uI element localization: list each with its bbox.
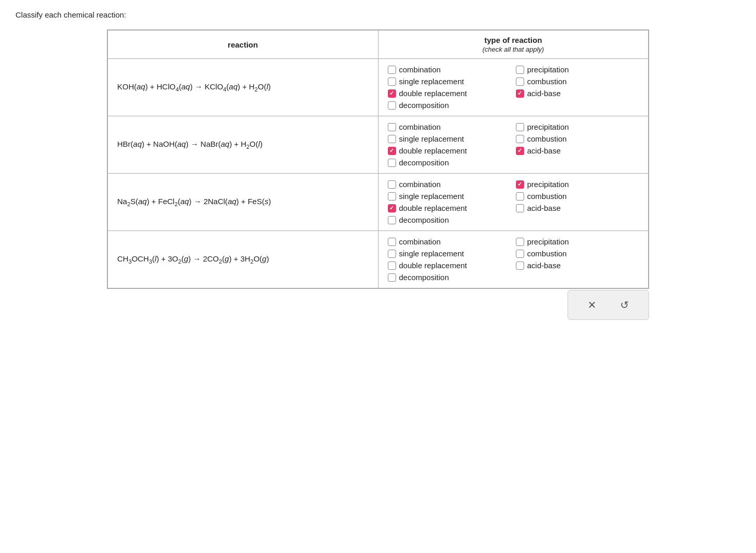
option-label-r2-double-replacement: double replacement	[399, 146, 467, 155]
checkbox-r4-precipitation[interactable]	[516, 238, 524, 246]
option-label-r4-single-replacement: single replacement	[399, 249, 464, 258]
option-label-r3-combination: combination	[399, 180, 441, 189]
checkbox-r4-acid-base[interactable]	[516, 262, 524, 270]
option-label-r2-combustion: combustion	[527, 134, 567, 143]
table-row: Na2S(aq) + FeCl2(aq) → 2NaCl(aq) + FeS(s…	[108, 174, 649, 231]
table-row: KOH(aq) + HClO4(aq) → KClO4(aq) + H2O(l)…	[108, 59, 649, 116]
checkbox-r3-precipitation[interactable]	[516, 180, 524, 189]
checkbox-r3-double-replacement[interactable]	[388, 204, 396, 212]
reset-button[interactable]: ↺	[616, 297, 633, 313]
option-label-r1-decomposition: decomposition	[399, 101, 449, 110]
option-label-r3-single-replacement: single replacement	[399, 192, 464, 201]
option-label-r4-combustion: combustion	[527, 249, 567, 258]
option-label-r1-precipitation: precipitation	[527, 65, 569, 74]
option-item-r2-acid-base[interactable]: acid-base	[516, 146, 639, 155]
option-label-r4-combination: combination	[399, 237, 441, 246]
option-item-r4-combination[interactable]: combination	[388, 237, 511, 246]
table-row: CH3OCH3(l) + 3O2(g) → 2CO2(g) + 3H2O(g)c…	[108, 231, 649, 288]
checkbox-r3-single-replacement[interactable]	[388, 192, 396, 201]
option-item-r1-acid-base[interactable]: acid-base	[516, 89, 639, 98]
option-item-r4-decomposition[interactable]: decomposition	[388, 273, 639, 282]
option-item-r3-acid-base[interactable]: acid-base	[516, 204, 639, 212]
checkbox-r1-combination[interactable]	[388, 66, 396, 74]
option-item-r2-combustion[interactable]: combustion	[516, 134, 639, 143]
checkbox-r4-decomposition[interactable]	[388, 273, 396, 282]
option-item-r3-decomposition[interactable]: decomposition	[388, 216, 639, 224]
checkbox-r1-combustion[interactable]	[516, 78, 524, 86]
reaction-cell: CH3OCH3(l) + 3O2(g) → 2CO2(g) + 3H2O(g)	[108, 231, 379, 288]
checkbox-r4-single-replacement[interactable]	[388, 250, 396, 258]
checkbox-r3-acid-base[interactable]	[516, 204, 524, 212]
checkbox-r4-double-replacement[interactable]	[388, 262, 396, 270]
type-header: type of reaction (check all that apply)	[378, 30, 649, 59]
option-label-r1-single-replacement: single replacement	[399, 77, 464, 86]
option-label-r4-double-replacement: double replacement	[399, 261, 467, 270]
options-cell: combinationprecipitationsingle replaceme…	[378, 174, 649, 231]
table-row: HBr(aq) + NaOH(aq) → NaBr(aq) + H2O(l)co…	[108, 116, 649, 174]
option-item-r2-combination[interactable]: combination	[388, 122, 511, 131]
option-label-r3-acid-base: acid-base	[527, 204, 561, 212]
checkbox-r3-combination[interactable]	[388, 180, 396, 189]
checkbox-r1-double-replacement[interactable]	[388, 89, 396, 98]
option-item-r3-double-replacement[interactable]: double replacement	[388, 204, 511, 212]
option-label-r1-double-replacement: double replacement	[399, 89, 467, 98]
checkbox-r1-acid-base[interactable]	[516, 89, 524, 98]
checkbox-r1-single-replacement[interactable]	[388, 78, 396, 86]
checkbox-r2-decomposition[interactable]	[388, 159, 396, 167]
option-item-r4-combustion[interactable]: combustion	[516, 249, 639, 258]
option-item-r1-combustion[interactable]: combustion	[516, 77, 639, 86]
reaction-cell: HBr(aq) + NaOH(aq) → NaBr(aq) + H2O(l)	[108, 116, 379, 174]
checkbox-r1-decomposition[interactable]	[388, 101, 396, 110]
checkbox-r1-precipitation[interactable]	[516, 66, 524, 74]
options-cell: combinationprecipitationsingle replaceme…	[378, 231, 649, 288]
page-title: Classify each chemical reaction:	[15, 10, 741, 19]
option-item-r2-double-replacement[interactable]: double replacement	[388, 146, 511, 155]
checkbox-r4-combination[interactable]	[388, 238, 396, 246]
option-item-r1-combination[interactable]: combination	[388, 65, 511, 74]
option-label-r2-decomposition: decomposition	[399, 158, 449, 167]
checkbox-r2-double-replacement[interactable]	[388, 147, 396, 155]
option-label-r3-decomposition: decomposition	[399, 216, 449, 224]
option-item-r4-double-replacement[interactable]: double replacement	[388, 261, 511, 270]
option-item-r3-combination[interactable]: combination	[388, 180, 511, 189]
options-cell: combinationprecipitationsingle replaceme…	[378, 116, 649, 174]
option-item-r1-decomposition[interactable]: decomposition	[388, 101, 639, 110]
option-label-r3-double-replacement: double replacement	[399, 204, 467, 212]
option-label-r2-acid-base: acid-base	[527, 146, 561, 155]
checkbox-r2-acid-base[interactable]	[516, 147, 524, 155]
option-item-r2-precipitation[interactable]: precipitation	[516, 122, 639, 131]
action-box: ✕ ↺	[568, 290, 649, 320]
option-item-r3-single-replacement[interactable]: single replacement	[388, 192, 511, 201]
option-item-r3-precipitation[interactable]: precipitation	[516, 180, 639, 189]
option-item-r1-single-replacement[interactable]: single replacement	[388, 77, 511, 86]
checkbox-r4-combustion[interactable]	[516, 250, 524, 258]
option-item-r4-acid-base[interactable]: acid-base	[516, 261, 639, 270]
option-label-r1-combination: combination	[399, 65, 441, 74]
option-item-r4-precipitation[interactable]: precipitation	[516, 237, 639, 246]
option-item-r2-single-replacement[interactable]: single replacement	[388, 134, 511, 143]
reaction-header: reaction	[108, 30, 379, 59]
option-label-r2-precipitation: precipitation	[527, 122, 569, 131]
option-label-r4-acid-base: acid-base	[527, 261, 561, 270]
reaction-cell: Na2S(aq) + FeCl2(aq) → 2NaCl(aq) + FeS(s…	[108, 174, 379, 231]
option-label-r1-combustion: combustion	[527, 77, 567, 86]
option-item-r3-combustion[interactable]: combustion	[516, 192, 639, 201]
option-label-r1-acid-base: acid-base	[527, 89, 561, 98]
checkbox-r2-combination[interactable]	[388, 123, 396, 131]
bottom-bar: ✕ ↺	[107, 289, 649, 320]
checkbox-r2-precipitation[interactable]	[516, 123, 524, 131]
checkbox-r3-combustion[interactable]	[516, 192, 524, 201]
option-item-r1-precipitation[interactable]: precipitation	[516, 65, 639, 74]
checkbox-r2-single-replacement[interactable]	[388, 135, 396, 143]
option-item-r1-double-replacement[interactable]: double replacement	[388, 89, 511, 98]
checkbox-r3-decomposition[interactable]	[388, 216, 396, 224]
options-cell: combinationprecipitationsingle replaceme…	[378, 59, 649, 116]
option-label-r4-decomposition: decomposition	[399, 273, 449, 282]
option-label-r3-precipitation: precipitation	[527, 180, 569, 189]
option-item-r2-decomposition[interactable]: decomposition	[388, 158, 639, 167]
clear-button[interactable]: ✕	[584, 297, 601, 313]
checkbox-r2-combustion[interactable]	[516, 135, 524, 143]
option-label-r3-combustion: combustion	[527, 192, 567, 201]
main-table: reaction type of reaction (check all tha…	[107, 29, 649, 289]
option-item-r4-single-replacement[interactable]: single replacement	[388, 249, 511, 258]
